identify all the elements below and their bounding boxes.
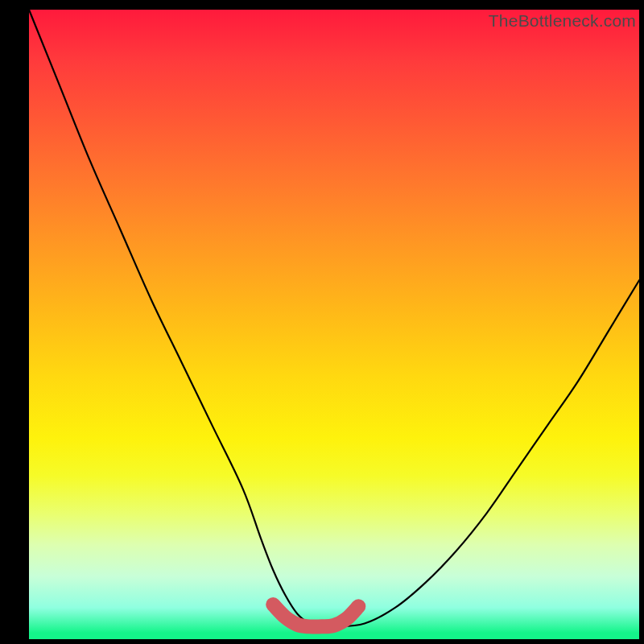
bottleneck-curve — [29, 10, 639, 627]
chart-frame: TheBottleneck.com — [0, 0, 644, 644]
watermark-text: TheBottleneck.com — [489, 11, 636, 31]
chart-overlay-svg — [0, 0, 644, 644]
optimal-band-marker — [273, 605, 358, 627]
